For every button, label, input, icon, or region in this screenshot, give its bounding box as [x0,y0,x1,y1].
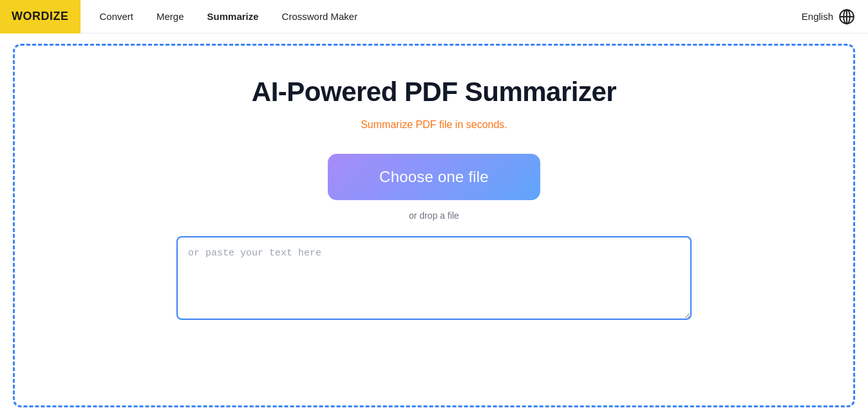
paste-text-area[interactable] [176,236,692,320]
choose-file-button[interactable]: Choose one file [328,154,540,200]
page-subtitle: Summarize PDF file in seconds. [361,119,507,131]
language-label[interactable]: English [802,11,833,22]
nav-links: Convert Merge Summarize Crossword Maker [91,6,802,27]
navbar: WORDIZE Convert Merge Summarize Crosswor… [0,0,868,33]
nav-merge[interactable]: Merge [147,6,193,27]
brand-logo[interactable]: WORDIZE [0,0,80,33]
page-title: AI-Powered PDF Summarizer [252,77,616,107]
nav-summarize[interactable]: Summarize [198,6,268,27]
drop-text: or drop a file [409,210,459,221]
main-content-area: AI-Powered PDF Summarizer Summarize PDF … [13,44,855,407]
globe-icon[interactable] [838,8,855,25]
nav-convert[interactable]: Convert [91,6,143,27]
navbar-right: English [802,8,868,25]
nav-crossword[interactable]: Crossword Maker [273,6,367,27]
